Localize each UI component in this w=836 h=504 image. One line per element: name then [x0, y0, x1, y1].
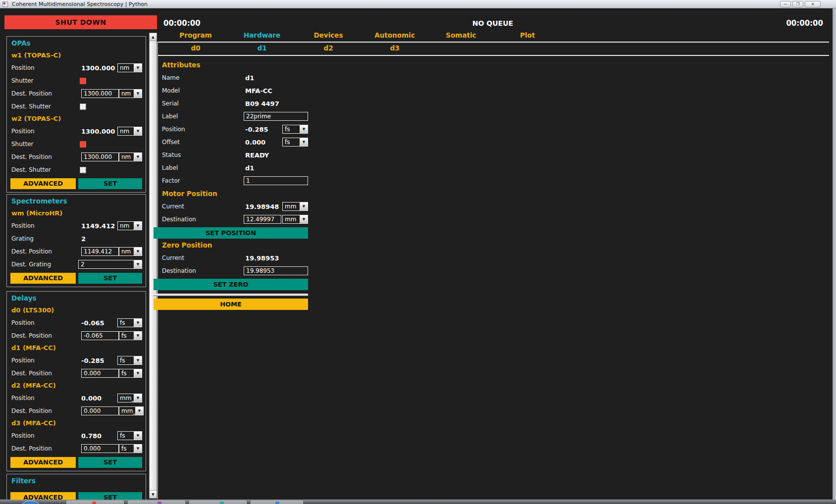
subtab-d0[interactable]: d0 [162, 44, 229, 53]
delays-advanced-button[interactable]: ADVANCED [10, 457, 76, 468]
w1-position-row: Position 1300.000 nm ▼ [7, 61, 146, 74]
scroll-up-button[interactable]: ▲ [150, 33, 157, 41]
d2-dest-position-input[interactable] [81, 406, 119, 415]
zero-destination-input[interactable] [244, 266, 308, 275]
taskbar-app-button[interactable] [189, 501, 247, 504]
delays-set-button[interactable]: SET [78, 457, 142, 468]
label-input[interactable] [244, 112, 308, 121]
home-button[interactable]: HOME [154, 299, 308, 310]
shutter-status-indicator [80, 141, 86, 148]
wm-dest-unit-select[interactable]: nm ▼ [119, 247, 142, 256]
chevron-down-icon: ▼ [134, 394, 142, 402]
d3-dest-unit-select[interactable]: fs ▼ [119, 444, 142, 453]
spectrometers-advanced-button[interactable]: ADVANCED [10, 273, 76, 284]
position-unit-select[interactable]: fs ▼ [282, 125, 308, 134]
d2-position-unit-select[interactable]: mm_ ▼ [117, 394, 142, 403]
chevron-down-icon: ▼ [134, 445, 142, 453]
set-position-button[interactable]: SET POSITION [154, 227, 308, 239]
queue-status: NO QUEUE [443, 19, 542, 27]
opas-advanced-button[interactable]: ADVANCED [10, 178, 76, 189]
field-label: Dest. Grating [11, 261, 78, 268]
d2-dest-unit-select[interactable]: mm_ ▼ [119, 406, 144, 415]
wm-dest-position-row: Dest. Position nm ▼ [7, 245, 146, 258]
scroll-down-button[interactable]: ▼ [150, 490, 157, 498]
d3-position-unit-select[interactable]: fs ▼ [117, 431, 142, 440]
minimize-button[interactable]: — [780, 1, 791, 7]
d0-dest-position-input[interactable] [81, 331, 119, 340]
opas-buttons: ADVANCED SET [7, 176, 146, 189]
field-label: Serial [162, 100, 245, 107]
w1-dest-shutter-row: Dest. Shutter [7, 100, 146, 113]
d0-dest-unit-select[interactable]: fs ▼ [119, 331, 142, 340]
tab-plot[interactable]: Plot [494, 31, 561, 40]
w2-position-unit-select[interactable]: nm ▼ [117, 127, 142, 136]
chevron-down-icon: ▼ [135, 407, 143, 415]
app-icon [2, 1, 8, 7]
d0-position-unit-select[interactable]: fs ▼ [117, 318, 142, 327]
wm-dest-position-input[interactable] [81, 247, 119, 256]
chevron-down-icon: ▼ [300, 202, 308, 210]
w1-dest-unit-select[interactable]: nm ▼ [119, 89, 142, 98]
shutter-status-indicator [80, 78, 86, 84]
wm-dest-grating-row: Dest. Grating 2 ▼ [7, 258, 146, 271]
tab-devices[interactable]: Devices [295, 31, 362, 40]
field-label: Position [11, 128, 78, 135]
spectrometers-set-button[interactable]: SET [78, 273, 142, 284]
unit-value: mm_ [118, 395, 134, 402]
restore-button[interactable]: ❐ [792, 1, 803, 7]
subtab-d3[interactable]: d3 [362, 44, 428, 53]
unit-value: nm [119, 90, 134, 97]
subtab-d2[interactable]: d2 [295, 44, 362, 53]
offset-unit-select[interactable]: fs ▼ [282, 138, 308, 147]
w2-dest-shutter-checkbox[interactable] [80, 167, 86, 173]
field-label: Position [11, 357, 78, 364]
shutdown-button[interactable]: SHUT DOWN [4, 15, 157, 29]
field-label: Dest. Position [11, 445, 78, 452]
label2-row: Label d1 [154, 161, 308, 174]
motor-destination-unit-select[interactable]: mm ▼ [282, 215, 308, 224]
w2-dest-position-input[interactable] [81, 152, 119, 161]
unit-value: nm [118, 128, 134, 135]
wm-dest-grating-select[interactable]: 2 ▼ [78, 260, 142, 269]
teal-app-icon [220, 502, 224, 504]
factor-row: Factor [154, 174, 308, 187]
app-window: Coherent Multidimensional Spectroscopy |… [0, 0, 836, 504]
tab-program[interactable]: Program [162, 31, 229, 40]
w1-position-unit-select[interactable]: nm ▼ [117, 63, 142, 72]
field-label: Offset [162, 139, 245, 146]
wm-position-unit-select[interactable]: nm ▼ [117, 221, 142, 230]
field-value: 0.000 [81, 395, 102, 402]
d1-dest-unit-select[interactable]: fs ▼ [119, 369, 142, 378]
field-label: Position [11, 395, 78, 402]
field-label: Dest. Shutter [11, 103, 78, 110]
subtab-d1[interactable]: d1 [229, 44, 295, 53]
motor-current-unit-select[interactable]: mm ▼ [282, 202, 308, 211]
chevron-down-icon: ▼ [134, 248, 142, 255]
motor-destination-input[interactable] [244, 215, 281, 224]
field-value: -0.285 [245, 126, 268, 133]
tab-somatic[interactable]: Somatic [428, 31, 494, 40]
tab-autonomic[interactable]: Autonomic [362, 31, 428, 40]
opas-set-button[interactable]: SET [78, 178, 142, 189]
grating-value: 2 [79, 261, 134, 268]
w2-position-row: Position 1300.000 nm ▼ [7, 125, 146, 138]
section-title-delays: Delays [7, 292, 146, 304]
tab-hardware[interactable]: Hardware [229, 31, 295, 40]
field-value: 1300.000 [81, 128, 115, 135]
d3-dest-position-input[interactable] [81, 444, 119, 453]
unit-value: nm [118, 64, 134, 71]
w1-dest-shutter-checkbox[interactable] [80, 103, 86, 110]
section-title-opas: OPAs [7, 37, 146, 50]
w1-dest-position-input[interactable] [81, 89, 119, 98]
d1-dest-position-input[interactable] [81, 369, 119, 378]
d1-position-unit-select[interactable]: fs ▼ [117, 356, 142, 365]
purple-app-icon [157, 502, 161, 504]
set-zero-button[interactable]: SET ZERO [154, 279, 308, 290]
close-button[interactable]: ✕ [805, 1, 821, 7]
field-value: 2 [81, 235, 86, 243]
taskbar-app-button[interactable] [128, 501, 185, 504]
wm-grating-row: Grating 2 [7, 232, 146, 245]
field-value: d1 [245, 164, 254, 172]
w2-dest-unit-select[interactable]: nm ▼ [119, 152, 142, 161]
factor-input[interactable] [244, 176, 308, 185]
